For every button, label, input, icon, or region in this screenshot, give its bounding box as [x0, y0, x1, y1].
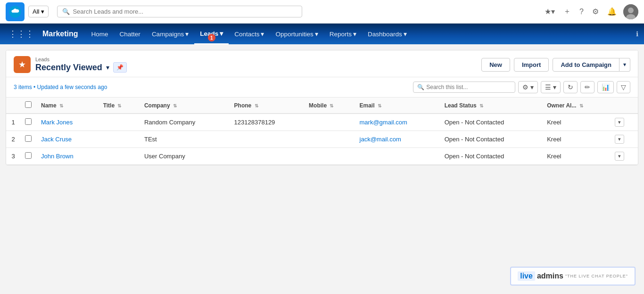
import-button[interactable]: Import [514, 58, 549, 72]
nav-item-reports[interactable]: Reports ▾ [324, 24, 362, 44]
sort-icon-email: ⇅ [378, 103, 381, 108]
th-phone[interactable]: Phone ⇅ [230, 98, 305, 114]
avatar[interactable] [623, 4, 638, 19]
row-company-2: TEst [140, 131, 230, 148]
chevron-down-icon: ▾ [404, 30, 407, 38]
th-title[interactable]: Title ⇅ [99, 98, 140, 114]
nav-label-campaigns: Campaigns [152, 31, 184, 38]
nav-item-leads[interactable]: Leads ▾ 1 [194, 24, 229, 44]
row-checkbox-3[interactable] [20, 148, 36, 165]
row-name-2: Jack Cruse [36, 131, 99, 148]
row-title-3 [99, 148, 140, 165]
list-view-title-area: Leads Recently Viewed ▾ 📌 [35, 57, 481, 73]
nav-label-chatter: Chatter [120, 31, 140, 38]
lead-link-2[interactable]: Jack Cruse [41, 136, 72, 143]
nav-item-chatter[interactable]: Chatter [114, 24, 146, 44]
table-header-row: Name ⇅ Title ⇅ Company ⇅ Phone ⇅ [6, 98, 638, 114]
th-mobile[interactable]: Mobile ⇅ [304, 98, 355, 114]
row-action-3: ▾ [610, 148, 638, 165]
nav-label-reports: Reports [330, 31, 352, 38]
lead-link-3[interactable]: John Brown [41, 153, 74, 160]
th-lead-status[interactable]: Lead Status ⇅ [440, 98, 542, 114]
row-lead-status-2: Open - Not Contacted [440, 131, 542, 148]
list-view-toolbar: 3 items • Updated a few seconds ago 🔍 ⚙ … [6, 77, 638, 98]
nav-item-contacts[interactable]: Contacts ▾ [229, 24, 270, 44]
chart-button[interactable]: 📊 [597, 81, 614, 93]
favorites-button[interactable]: ★▾ [543, 5, 557, 18]
row-action-1: ▾ [610, 114, 638, 131]
notifications-button[interactable]: 🔔 [605, 5, 619, 18]
app-grid-button[interactable]: ⋮⋮⋮ [4, 24, 39, 44]
row-owner-1: Kreel [542, 114, 610, 131]
row-name-3: John Brown [36, 148, 99, 165]
list-view-title-row: Recently Viewed ▾ 📌 [35, 62, 481, 73]
nav-item-campaigns[interactable]: Campaigns ▾ [146, 24, 194, 44]
row-phone-3 [230, 148, 305, 165]
table-row: 2 Jack Cruse TEst jack@mail.com Open - N… [6, 131, 638, 148]
global-search-input[interactable] [73, 8, 297, 15]
list-view-toggle-button[interactable]: ☰ ▾ [541, 81, 561, 93]
list-view-header: ★ Leads Recently Viewed ▾ 📌 New Import A… [6, 50, 638, 77]
list-view-icon: ★ [14, 56, 31, 73]
sort-icon-mobile: ⇅ [330, 103, 333, 108]
help-button[interactable]: ? [578, 6, 586, 18]
lead-link-1[interactable]: Mark Jones [41, 119, 73, 126]
app-name: Marketing [39, 24, 86, 44]
sort-icon-company: ⇅ [173, 103, 177, 108]
sort-icon-owner: ⇅ [579, 103, 583, 108]
add-to-campaign-button[interactable]: Add to Campaign [553, 58, 619, 72]
list-search-input[interactable] [426, 84, 511, 90]
nav-item-dashboards[interactable]: Dashboards ▾ [362, 24, 413, 44]
chevron-down-icon: ▾ [185, 30, 189, 38]
add-campaign-group: Add to Campaign ▾ [553, 58, 630, 72]
updated-time: Updated a few seconds ago [37, 84, 107, 90]
items-count: 3 items [14, 84, 32, 90]
th-num [6, 98, 20, 114]
row-mobile-1 [304, 114, 355, 131]
list-settings-button[interactable]: ⚙ ▾ [518, 81, 538, 93]
add-campaign-dropdown-button[interactable]: ▾ [619, 58, 630, 72]
search-scope-dropdown[interactable]: All ▾ [28, 6, 49, 17]
row-checkbox-1[interactable] [20, 114, 36, 131]
row-num-1: 1 [6, 114, 20, 131]
th-email[interactable]: Email ⇅ [355, 98, 440, 114]
topbar: All ▾ 🔍 ★▾ ＋ ? ⚙ 🔔 [0, 0, 644, 24]
row-checkbox-2[interactable] [20, 131, 36, 148]
email-link-1[interactable]: mark@gmail.com [360, 119, 407, 126]
sort-icon-name: ⇅ [59, 103, 63, 108]
col-label-name: Name [41, 102, 57, 109]
edit-columns-button[interactable]: ✏ [580, 81, 594, 93]
th-company[interactable]: Company ⇅ [140, 98, 230, 114]
th-owner[interactable]: Owner Al... ⇅ [542, 98, 610, 114]
row-action-button-1[interactable]: ▾ [615, 118, 624, 127]
email-link-2[interactable]: jack@mail.com [360, 136, 401, 143]
nav-item-home[interactable]: Home [86, 24, 114, 44]
col-label-company: Company [144, 102, 170, 109]
data-table: Name ⇅ Title ⇅ Company ⇅ Phone ⇅ [6, 98, 638, 165]
row-email-2: jack@mail.com [355, 131, 440, 148]
topbar-actions: ★▾ ＋ ? ⚙ 🔔 [543, 4, 638, 19]
salesforce-logo[interactable] [6, 2, 25, 21]
row-company-1: Random Company [140, 114, 230, 131]
select-all-checkbox[interactable] [25, 101, 32, 108]
refresh-button[interactable]: ↻ [563, 81, 578, 93]
nav-info[interactable]: ℹ [630, 24, 644, 44]
table-row: 1 Mark Jones Random Company 123128378129… [6, 114, 638, 131]
list-view-dropdown-button[interactable]: ▾ [105, 63, 110, 72]
new-button[interactable]: New [481, 58, 510, 72]
settings-button[interactable]: ⚙ [590, 5, 601, 18]
row-action-button-2[interactable]: ▾ [615, 135, 624, 144]
nav-label-home: Home [91, 31, 108, 38]
search-icon: 🔍 [417, 84, 424, 90]
chevron-down-icon: ▾ [315, 30, 318, 38]
row-action-button-3[interactable]: ▾ [615, 152, 624, 161]
th-name[interactable]: Name ⇅ [36, 98, 99, 114]
pin-button[interactable]: 📌 [113, 62, 127, 73]
chevron-down-icon: ▾ [41, 8, 44, 15]
add-button[interactable]: ＋ [561, 5, 573, 18]
row-num-3: 3 [6, 148, 20, 165]
chevron-down-icon: ▾ [353, 30, 356, 38]
filter-button[interactable]: ▽ [617, 81, 630, 93]
row-lead-status-1: Open - Not Contacted [440, 114, 542, 131]
nav-item-opportunities[interactable]: Opportunities ▾ [270, 24, 323, 44]
